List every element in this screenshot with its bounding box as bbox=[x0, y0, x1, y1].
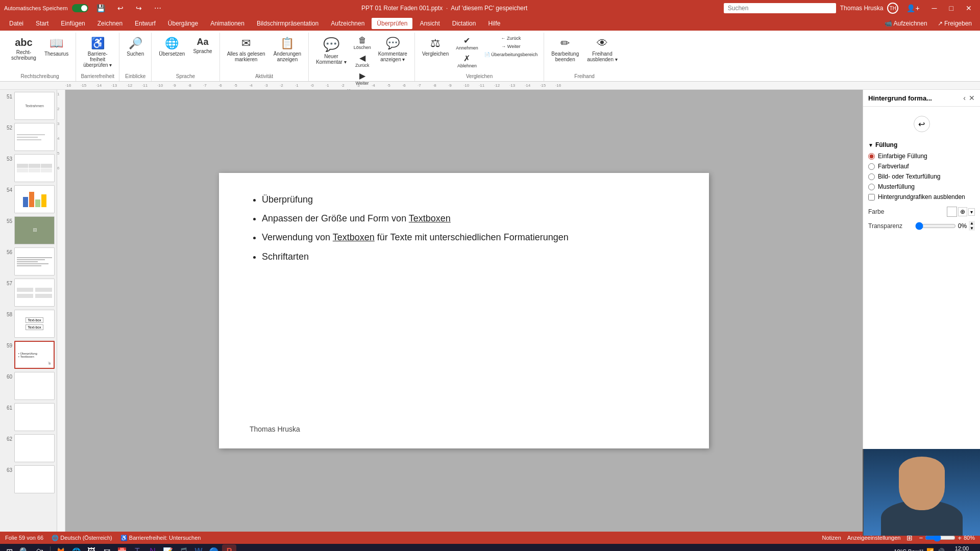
start-button[interactable]: ⊞ bbox=[2, 544, 16, 551]
menu-animationen[interactable]: Animationen bbox=[205, 18, 250, 29]
save-button[interactable]: 💾 bbox=[92, 2, 109, 14]
close-button[interactable]: ✕ bbox=[962, 2, 976, 14]
explorer-btn[interactable]: 🖼 bbox=[84, 544, 99, 551]
search-taskbar-button[interactable]: 🔍 bbox=[17, 544, 32, 551]
slide-info: Folie 59 von 66 bbox=[5, 535, 43, 541]
menu-ansicht[interactable]: Ansicht bbox=[414, 18, 445, 29]
onenote-btn[interactable]: N bbox=[145, 544, 160, 551]
slide-thumb-54[interactable]: 54 bbox=[2, 185, 55, 213]
annehmen-button[interactable]: ✔ Annehmen bbox=[454, 35, 480, 52]
word-btn[interactable]: W bbox=[191, 544, 206, 551]
firefox-btn[interactable]: 🦊 bbox=[54, 544, 68, 551]
slide-thumb-58[interactable]: 58 Text-box Text-box bbox=[2, 310, 55, 338]
fill-option-2[interactable]: Farbverlauf bbox=[868, 163, 975, 170]
menu-start[interactable]: Start bbox=[31, 18, 54, 29]
zurueck-kommentar-button[interactable]: ◀ Zurück bbox=[352, 52, 373, 69]
zurueck-vergleich-button[interactable]: ← Zurück bbox=[482, 35, 540, 42]
ablehnen-button[interactable]: ✗ Ablehnen bbox=[454, 53, 480, 69]
slide-thumb-59[interactable]: 59 • Überprüfung • Textboxen 🖱 bbox=[2, 341, 55, 369]
minimize-button[interactable]: ─ bbox=[928, 2, 941, 14]
slide-canvas[interactable]: Überprüfung Anpassen der Größe und Form … bbox=[219, 173, 709, 448]
kommentare-anzeigen-button[interactable]: 💬 Kommentareanzeigen ▾ bbox=[375, 35, 410, 64]
weiter-vergleich-button[interactable]: → Weiter bbox=[482, 43, 540, 50]
color-picker-btn[interactable]: ⊕ bbox=[958, 207, 967, 216]
panel-close-button[interactable]: ✕ bbox=[969, 94, 975, 102]
canvas-section: 123456 Überprüfung Anpassen der Größe un… bbox=[57, 90, 863, 532]
fill-option-3[interactable]: Bild- oder Texturfüllung bbox=[868, 173, 975, 180]
color-chevron-btn[interactable]: ▾ bbox=[968, 208, 975, 216]
color-swatch[interactable] bbox=[947, 207, 957, 217]
share-button[interactable]: 👤+ bbox=[902, 2, 923, 14]
slide-thumb-57[interactable]: 57 bbox=[2, 279, 55, 307]
menu-datei[interactable]: Datei bbox=[4, 18, 29, 29]
autosave-toggle[interactable] bbox=[72, 4, 88, 12]
suchen-button[interactable]: 🔎 Suchen bbox=[124, 35, 147, 59]
aufzeichnen-btn[interactable]: 📹 Aufzeichnen bbox=[880, 19, 932, 28]
freihand-ausblenden-button[interactable]: 👁 Freihandausblenden ▾ bbox=[584, 35, 621, 64]
slide-thumb-51[interactable]: 51 Textrahmen bbox=[2, 92, 55, 120]
vergleichen-button[interactable]: ⚖ Vergleichen bbox=[419, 35, 452, 59]
menu-dictation[interactable]: Dictation bbox=[447, 18, 481, 29]
app3-btn[interactable]: 🔵 bbox=[207, 544, 221, 551]
teams-btn[interactable]: T bbox=[130, 544, 144, 551]
slide-thumb-52[interactable]: 52 bbox=[2, 123, 55, 151]
more-commands-button[interactable]: ⋯ bbox=[150, 2, 165, 14]
slide-panel[interactable]: 51 Textrahmen 52 53 bbox=[0, 90, 57, 532]
loeschen-button[interactable]: 🗑 Löschen bbox=[352, 35, 373, 51]
notes-button[interactable]: Notizen bbox=[822, 535, 841, 541]
redo-title-button[interactable]: ↪ bbox=[132, 2, 146, 14]
kommentar-icon: 💬 bbox=[323, 37, 339, 53]
mail-btn[interactable]: ✉ bbox=[100, 544, 114, 551]
maximize-button[interactable]: □ bbox=[945, 2, 958, 14]
slide-author: Thomas Hruska bbox=[250, 425, 300, 433]
task-view-button[interactable]: 🗂 bbox=[33, 544, 47, 551]
barrierefreiheit-button[interactable]: ♿ Barriere-freiheitüberprüfen ▾ bbox=[80, 35, 115, 70]
app1-btn[interactable]: 📝 bbox=[161, 544, 175, 551]
undo-format-button[interactable]: ↩ bbox=[914, 116, 930, 132]
alles-gelesen-button[interactable]: ✉ Alles als gelesenmarkieren bbox=[224, 35, 268, 64]
menu-zeichnen[interactable]: Zeichnen bbox=[92, 18, 128, 29]
ribbon-group-vergleichen: ⚖ Vergleichen ✔ Annehmen ✗ Ablehnen ← Zu… bbox=[415, 33, 544, 81]
rechtschreibung-button[interactable]: abc Recht-schreibung bbox=[8, 35, 39, 63]
freigeben-btn[interactable]: ↗ Freigeben bbox=[934, 19, 976, 28]
menu-ueberpruefen[interactable]: Überprüfen bbox=[372, 18, 412, 29]
menu-hilfe[interactable]: Hilfe bbox=[483, 18, 505, 29]
farbe-label: Farbe bbox=[868, 208, 884, 215]
slide-thumb-60[interactable]: 60 bbox=[2, 372, 55, 400]
menu-uebergaenge[interactable]: Übergänge bbox=[163, 18, 203, 29]
thesaurus-button[interactable]: 📖 Thesaurus bbox=[41, 35, 71, 59]
fill-option-1[interactable]: Einfarbige Füllung bbox=[868, 153, 975, 160]
undo-title-button[interactable]: ↩ bbox=[113, 2, 128, 14]
fuelling-section-header[interactable]: ▼ Füllung bbox=[868, 141, 975, 148]
transparenz-slider[interactable] bbox=[915, 222, 956, 230]
slide-thumb-53[interactable]: 53 bbox=[2, 154, 55, 182]
menu-einfuegen[interactable]: Einfügen bbox=[56, 18, 90, 29]
powerpoint-active-btn[interactable]: P bbox=[222, 544, 236, 551]
uebersetzen-button[interactable]: 🌐 Übersetzen bbox=[156, 35, 188, 59]
clock-btn[interactable]: 12:0001.01.2024 bbox=[948, 545, 976, 551]
menu-entwurf[interactable]: Entwurf bbox=[130, 18, 161, 29]
neuer-kommentar-button[interactable]: 💬 NeuerKommentar ▾ bbox=[313, 35, 349, 67]
ueberarbeitungsbereich-button[interactable]: 📄 Überarbeitungsbereich bbox=[482, 51, 540, 58]
slide-thumb-63[interactable]: 63 bbox=[2, 465, 55, 493]
slide-thumb-55[interactable]: 55 🖼 bbox=[2, 216, 55, 244]
transparenz-down[interactable]: ▼ bbox=[969, 226, 975, 231]
fill-option-5[interactable]: Hintergrundgrafiken ausblenden bbox=[868, 193, 975, 201]
sprache-button[interactable]: Aa Sprache bbox=[190, 35, 215, 56]
panel-back-button[interactable]: ‹ bbox=[963, 94, 966, 102]
network-btn[interactable]: 📶 bbox=[926, 548, 934, 551]
slide-thumb-61[interactable]: 61 bbox=[2, 403, 55, 431]
bearbeitung-beenden-button[interactable]: ✏ Bearbeitungbeenden bbox=[548, 35, 582, 64]
aenderungen-button[interactable]: 📋 Änderungenanzeigen bbox=[271, 35, 305, 64]
transparenz-up[interactable]: ▲ bbox=[969, 221, 975, 226]
search-input[interactable] bbox=[724, 3, 836, 13]
chrome-btn[interactable]: 🌐 bbox=[69, 544, 83, 551]
calendar-btn[interactable]: 📅 bbox=[115, 544, 129, 551]
fill-option-4[interactable]: Musterfüllung bbox=[868, 183, 975, 190]
slide-thumb-56[interactable]: 56 bbox=[2, 247, 55, 276]
slide-thumb-62[interactable]: 62 bbox=[2, 434, 55, 462]
menu-bildschirm[interactable]: Bildschirmpräsentation bbox=[252, 18, 324, 29]
app2-btn[interactable]: 🎵 bbox=[176, 544, 190, 551]
volume-btn[interactable]: 🔊 bbox=[937, 548, 945, 551]
menu-aufzeichnen[interactable]: Aufzeichnen bbox=[326, 18, 370, 29]
